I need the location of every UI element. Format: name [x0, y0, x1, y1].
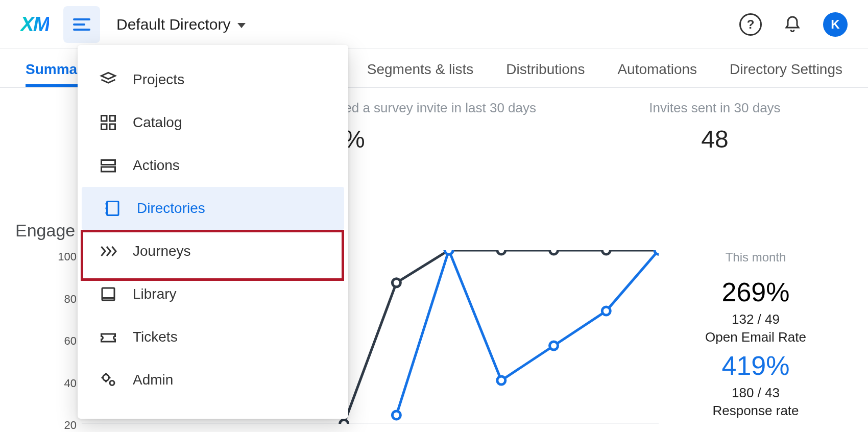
- avatar-initial: K: [831, 17, 839, 32]
- svg-point-26: [103, 375, 109, 381]
- svg-point-4: [497, 250, 505, 254]
- hamburger-icon: [73, 18, 90, 31]
- nav-item-directories[interactable]: Directories: [82, 187, 344, 230]
- directory-selector[interactable]: Default Directory: [116, 16, 246, 33]
- svg-rect-20: [107, 202, 119, 215]
- user-avatar[interactable]: K: [823, 12, 848, 37]
- response-rate-fraction: 180 / 43: [669, 385, 842, 401]
- svg-point-6: [602, 250, 610, 254]
- y-tick: 100: [56, 250, 77, 263]
- nav-item-admin[interactable]: Admin: [78, 358, 348, 401]
- stat-invites-value: 48: [587, 125, 842, 153]
- nav-item-label: Catalog: [133, 114, 182, 131]
- open-rate-percent: 269%: [669, 277, 842, 307]
- svg-point-13: [655, 250, 659, 254]
- nav-item-label: Actions: [133, 157, 180, 174]
- directory-selector-label: Default Directory: [116, 16, 230, 33]
- nav-item-label: Admin: [133, 372, 173, 388]
- nav-item-label: Journeys: [133, 243, 191, 259]
- y-tick: 80: [56, 293, 77, 306]
- catalog-icon: [98, 112, 118, 133]
- nav-item-library[interactable]: Library: [78, 273, 348, 316]
- svg-rect-18: [102, 160, 115, 165]
- tab-directory-settings[interactable]: Directory Settings: [730, 61, 842, 87]
- y-tick: 60: [56, 334, 77, 348]
- svg-point-9: [445, 250, 453, 254]
- tab-automations[interactable]: Automations: [617, 61, 697, 87]
- response-rate-label: Response rate: [669, 403, 842, 419]
- svg-rect-19: [102, 167, 115, 172]
- stat-invites: Invites sent in 30 days 48: [587, 100, 842, 153]
- svg-rect-15: [110, 116, 115, 122]
- projects-icon: [98, 69, 118, 90]
- notifications-button[interactable]: [782, 14, 803, 35]
- header-right-group: ? K: [739, 12, 848, 37]
- bell-icon: [783, 15, 802, 34]
- svg-rect-17: [110, 124, 115, 130]
- nav-item-label: Directories: [137, 200, 205, 217]
- stat-invites-label: Invites sent in 30 days: [587, 100, 842, 116]
- svg-rect-14: [102, 116, 107, 122]
- svg-point-1: [340, 420, 348, 424]
- tab-distributions[interactable]: Distributions: [506, 61, 585, 87]
- nav-item-label: Library: [133, 286, 177, 302]
- open-rate-fraction: 132 / 49: [669, 311, 842, 327]
- engagement-side-stats: This month 269% 132 / 49 Open Email Rate…: [669, 250, 842, 424]
- journeys-icon: [98, 241, 118, 261]
- nav-item-actions[interactable]: Actions: [78, 144, 348, 187]
- svg-point-2: [392, 279, 400, 287]
- svg-point-11: [550, 342, 558, 350]
- engagement-section-title: Engage: [15, 221, 75, 241]
- svg-point-10: [497, 376, 505, 385]
- svg-point-12: [602, 307, 610, 315]
- svg-point-8: [392, 411, 400, 419]
- svg-point-5: [550, 250, 558, 254]
- xm-logo: XM: [20, 13, 49, 36]
- top-header: XM Default Directory ? K: [0, 0, 868, 49]
- y-tick: 20: [56, 419, 77, 432]
- y-tick: 40: [56, 377, 77, 390]
- period-label: This month: [669, 250, 842, 265]
- nav-item-label: Projects: [133, 71, 184, 88]
- chart-y-ticks: 100 80 60 40 20: [56, 250, 77, 432]
- tab-segments[interactable]: Segments & lists: [367, 61, 474, 87]
- tickets-icon: [98, 327, 118, 347]
- nav-item-projects[interactable]: Projects: [78, 58, 348, 101]
- svg-rect-16: [102, 124, 107, 130]
- nav-item-journeys[interactable]: Journeys: [78, 230, 348, 273]
- actions-icon: [98, 155, 118, 176]
- nav-item-label: Tickets: [133, 329, 178, 345]
- directories-icon: [102, 198, 123, 219]
- main-nav-dropdown: Projects Catalog Actions Directories Jou…: [78, 45, 348, 419]
- nav-item-tickets[interactable]: Tickets: [78, 316, 348, 358]
- nav-item-catalog[interactable]: Catalog: [78, 101, 348, 144]
- question-icon: ?: [747, 17, 755, 32]
- svg-point-27: [110, 381, 114, 386]
- chevron-down-icon: [237, 23, 246, 28]
- admin-icon: [98, 370, 118, 390]
- help-button[interactable]: ?: [739, 13, 762, 36]
- open-rate-label: Open Email Rate: [669, 329, 842, 345]
- response-rate-percent: 419%: [669, 350, 842, 381]
- library-icon: [98, 284, 118, 304]
- main-menu-button[interactable]: [63, 6, 100, 43]
